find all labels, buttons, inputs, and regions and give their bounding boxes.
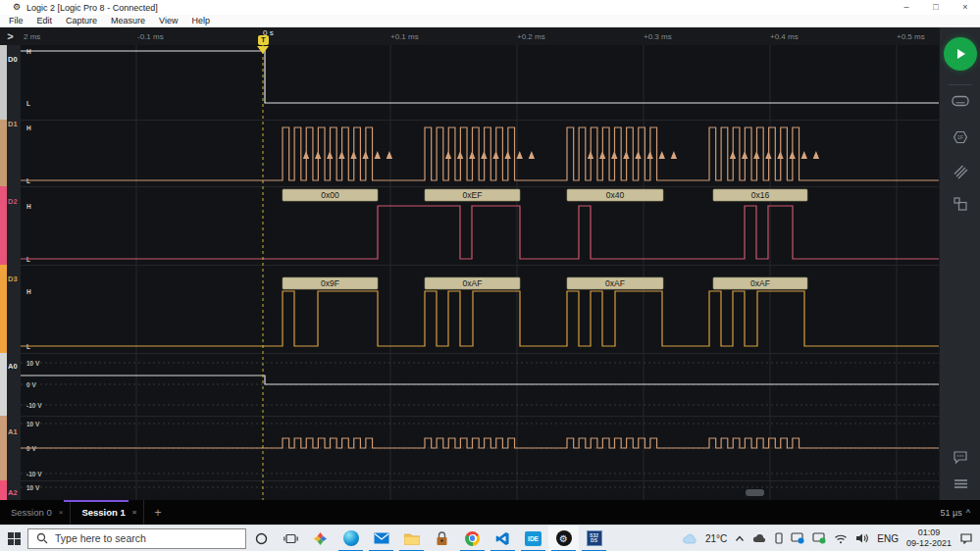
svg-text:L: L [26,100,30,107]
expand-panel-button[interactable]: > [0,27,21,45]
channel-label-D0[interactable]: D0 [8,55,18,64]
trigger-marker[interactable]: T [258,35,269,45]
menu-item-edit[interactable]: Edit [30,16,60,25]
volume-icon[interactable] [855,532,869,544]
comments-icon[interactable] [951,447,970,467]
taskbar-app-pinwheel-app[interactable] [305,526,335,551]
channel-color-strip-D3 [0,265,7,353]
taskbar-app-chrome[interactable] [457,526,488,551]
action-center-icon[interactable] [959,532,973,544]
channel-color-strip-D2 [0,186,7,265]
measurements-icon[interactable] [951,162,970,181]
svg-text:10 V: 10 V [26,484,40,491]
svg-text:H: H [26,288,31,295]
channel-color-strip-A0 [0,353,7,416]
taskbar-search[interactable]: Type here to search [27,528,246,549]
active-tab-accent [64,500,129,502]
svg-text:0xAF: 0xAF [750,278,770,288]
onedrive-icon[interactable] [752,533,767,543]
protocol-analyzers-icon[interactable]: 1F [951,127,970,147]
taskbar-app-mail[interactable] [366,526,396,551]
task-view-icon [284,532,298,545]
tab-session-0[interactable]: Session 0× [0,500,71,525]
channel-label-A0[interactable]: A0 [8,362,18,371]
collapse-caret-icon: ^ [966,508,970,518]
capture-menu-icon[interactable] [951,474,970,493]
svg-text:10 V: 10 V [26,421,40,427]
svg-text:H: H [26,125,31,131]
device-settings-icon[interactable] [951,91,970,111]
menu-item-capture[interactable]: Capture [59,16,104,25]
timeline-tick: +0.2 ms [517,32,545,41]
tray-chevron-up-icon[interactable] [735,535,745,542]
svg-text:0x9F: 0x9F [321,278,339,288]
language-indicator[interactable]: ENG [877,533,899,544]
tab-close-icon[interactable]: × [132,508,137,517]
play-button[interactable] [944,37,977,71]
minimize-button[interactable]: – [892,0,921,15]
svg-text:0x00: 0x00 [321,190,339,200]
right-sidebar: 1F [939,27,980,500]
timeline-tick: 2 ms [24,32,40,41]
taskbar-app-vscode[interactable] [488,526,518,551]
maximize-button[interactable]: □ [921,0,951,15]
timeline-tick: +0.3 ms [644,32,672,41]
taskbar-clock[interactable]: 01:09 09-12-2021 [906,527,952,549]
tab-label: Session 1 [81,507,125,518]
tray-time: 01:09 [918,527,941,538]
channel-color-strip-A1 [0,416,7,480]
menu-item-file[interactable]: File [2,16,30,25]
channel-label-D2[interactable]: D2 [8,197,18,206]
menu-item-view[interactable]: View [152,16,184,25]
screen: ⚙ Logic 2 [Logic Pro 8 - Connected] – □ … [0,0,980,551]
tab-close-icon[interactable]: × [59,508,64,517]
extensions-icon[interactable] [951,194,970,214]
channel-label-A2[interactable]: A2 [8,488,18,497]
svg-text:-10 V: -10 V [26,402,42,409]
channel-label-D3[interactable]: D3 [8,275,18,283]
close-button[interactable]: × [951,0,980,15]
menu-bar: FileEditCaptureMeasureViewHelp [0,15,980,27]
svg-text:0xAF: 0xAF [605,278,625,288]
taskbar-app-file-explorer[interactable] [396,526,427,551]
cortana-button[interactable] [246,526,276,551]
menu-item-measure[interactable]: Measure [104,16,152,25]
cortana-icon [255,532,268,545]
timeline-ruler[interactable]: 2 ms-0.1 ms+0.1 ms+0.2 ms+0.3 ms+0.4 ms+… [21,27,939,45]
phone-icon[interactable] [775,532,783,544]
timeline-tick: -0.1 ms [137,32,164,41]
svg-text:0xEF: 0xEF [463,190,483,200]
timeline-tick: +0.4 ms [770,32,799,41]
weather-temp[interactable]: 21°C [705,533,727,544]
window-titlebar[interactable]: ⚙ Logic 2 [Logic Pro 8 - Connected] – □ … [0,0,980,15]
channel-label-A1[interactable]: A1 [8,427,18,436]
taskbar-app-ide-app[interactable]: IDE [518,526,548,551]
start-button[interactable] [0,526,27,551]
channel-label-D1[interactable]: D1 [8,120,18,128]
display-secure-icon[interactable] [812,532,826,544]
menu-item-help[interactable]: Help [184,16,217,25]
weather-icon[interactable] [682,533,697,544]
windows-taskbar: Type here to search IDE⚙S32DS 21°C ENG 0… [0,525,980,551]
add-session-button[interactable]: + [144,500,171,525]
taskbar-app-logic2[interactable]: ⚙ [548,526,579,551]
wifi-icon[interactable] [834,533,848,544]
timing-scale-control[interactable]: 51 µs ^ [941,500,970,525]
taskbar-app-edge[interactable] [335,526,366,551]
taskbar-app-security-app[interactable] [427,526,457,551]
tab-session-1[interactable]: Session 1× [71,500,144,525]
svg-text:0x16: 0x16 [751,190,770,200]
timeline-tick: +0.5 ms [897,32,925,41]
channel-color-strip-D1 [0,120,7,186]
windows-logo-icon [8,532,21,545]
display-sync-icon[interactable] [791,532,804,544]
task-view-button[interactable] [276,526,305,551]
horizontal-scrollbar[interactable] [746,489,764,496]
search-placeholder: Type here to search [55,532,146,544]
taskbar-app-s32ds[interactable]: S32DS [579,526,609,551]
timeline-tick: +0.1 ms [390,32,419,41]
system-tray: 21°C ENG 01:09 09-12-2021 [682,527,980,549]
svg-text:10 V: 10 V [26,360,40,367]
logic-app: > 2 ms-0.1 ms+0.1 ms+0.2 ms+0.3 ms+0.4 m… [0,27,980,500]
waveform-canvas[interactable]: HLHLHL0x000xEF0x400x16HL0x9F0xAF0xAF0xAF… [21,45,939,500]
